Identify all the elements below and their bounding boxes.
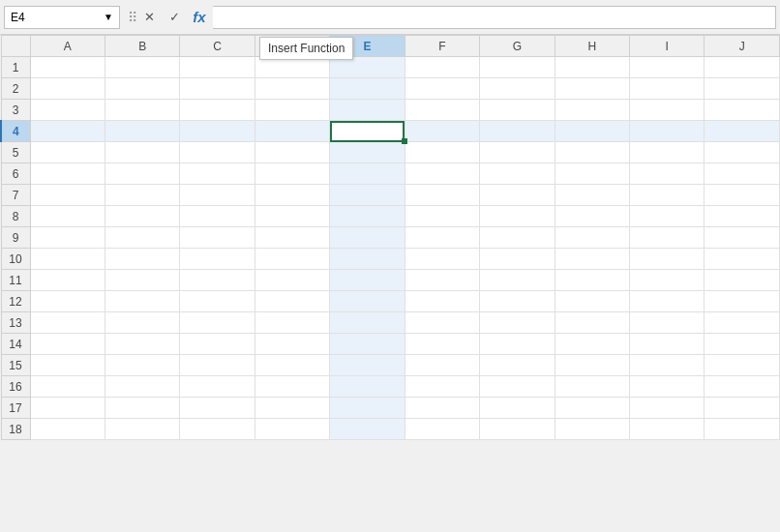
cancel-button[interactable]: ✕ bbox=[137, 6, 161, 29]
cell-H1[interactable] bbox=[555, 57, 629, 78]
cell-E12[interactable] bbox=[330, 291, 405, 312]
col-header-a[interactable]: A bbox=[30, 36, 105, 57]
row-header-17[interactable]: 17 bbox=[1, 398, 30, 419]
cell-I11[interactable] bbox=[630, 270, 705, 291]
row-header-4[interactable]: 4 bbox=[1, 121, 30, 142]
cell-A14[interactable] bbox=[30, 334, 105, 355]
cell-G15[interactable] bbox=[480, 355, 555, 376]
col-header-j[interactable]: J bbox=[705, 36, 780, 57]
cell-A17[interactable] bbox=[30, 398, 105, 419]
cell-A16[interactable] bbox=[30, 376, 105, 398]
cell-D13[interactable] bbox=[255, 312, 329, 334]
row-header-12[interactable]: 12 bbox=[1, 291, 30, 312]
cell-G5[interactable] bbox=[480, 142, 555, 163]
cell-E15[interactable] bbox=[330, 355, 405, 376]
row-header-13[interactable]: 13 bbox=[1, 312, 30, 334]
cell-B2[interactable] bbox=[105, 78, 179, 100]
cell-reference-box[interactable]: E4 ▼ bbox=[4, 6, 120, 29]
col-header-i[interactable]: I bbox=[630, 36, 705, 57]
cell-D15[interactable] bbox=[255, 355, 329, 376]
cell-E10[interactable] bbox=[330, 249, 405, 270]
row-header-3[interactable]: 3 bbox=[1, 100, 30, 121]
cell-C10[interactable] bbox=[180, 249, 255, 270]
cell-J18[interactable] bbox=[705, 419, 780, 440]
cell-G2[interactable] bbox=[480, 78, 555, 100]
cell-I14[interactable] bbox=[630, 334, 705, 355]
cell-E18[interactable] bbox=[330, 419, 405, 440]
row-header-14[interactable]: 14 bbox=[1, 334, 30, 355]
cell-D17[interactable] bbox=[255, 398, 329, 419]
col-header-b[interactable]: B bbox=[105, 36, 179, 57]
cell-J1[interactable] bbox=[705, 57, 780, 78]
cell-J15[interactable] bbox=[705, 355, 780, 376]
cell-C13[interactable] bbox=[180, 312, 255, 334]
cell-A8[interactable] bbox=[30, 206, 105, 227]
cell-H9[interactable] bbox=[555, 227, 629, 249]
cell-B13[interactable] bbox=[105, 312, 179, 334]
cell-I18[interactable] bbox=[630, 419, 705, 440]
cell-G4[interactable] bbox=[480, 121, 555, 142]
cell-G9[interactable] bbox=[480, 227, 555, 249]
cell-D10[interactable] bbox=[255, 249, 329, 270]
cell-F14[interactable] bbox=[405, 334, 479, 355]
confirm-button[interactable]: ✓ bbox=[163, 6, 186, 29]
cell-D9[interactable] bbox=[255, 227, 329, 249]
cell-G3[interactable] bbox=[480, 100, 555, 121]
cell-F12[interactable] bbox=[405, 291, 479, 312]
cell-D2[interactable] bbox=[255, 78, 329, 100]
cell-B14[interactable] bbox=[105, 334, 179, 355]
cell-D16[interactable] bbox=[255, 376, 329, 398]
cell-F8[interactable] bbox=[405, 206, 479, 227]
cell-F16[interactable] bbox=[405, 376, 479, 398]
cell-D7[interactable] bbox=[255, 185, 329, 206]
cell-C14[interactable] bbox=[180, 334, 255, 355]
cell-H2[interactable] bbox=[555, 78, 629, 100]
cell-C18[interactable] bbox=[180, 419, 255, 440]
cell-H8[interactable] bbox=[555, 206, 629, 227]
cell-A13[interactable] bbox=[30, 312, 105, 334]
row-header-1[interactable]: 1 bbox=[1, 57, 30, 78]
cell-B9[interactable] bbox=[105, 227, 179, 249]
cell-F2[interactable] bbox=[405, 78, 479, 100]
cell-F10[interactable] bbox=[405, 249, 479, 270]
cell-F6[interactable] bbox=[405, 163, 479, 185]
cell-F7[interactable] bbox=[405, 185, 479, 206]
cell-A7[interactable] bbox=[30, 185, 105, 206]
cell-B4[interactable] bbox=[105, 121, 179, 142]
cell-C3[interactable] bbox=[180, 100, 255, 121]
cell-G6[interactable] bbox=[480, 163, 555, 185]
cell-J8[interactable] bbox=[705, 206, 780, 227]
cell-A12[interactable] bbox=[30, 291, 105, 312]
cell-G8[interactable] bbox=[480, 206, 555, 227]
cell-B1[interactable] bbox=[105, 57, 179, 78]
cell-F3[interactable] bbox=[405, 100, 479, 121]
cell-I16[interactable] bbox=[630, 376, 705, 398]
cell-C16[interactable] bbox=[180, 376, 255, 398]
cell-D8[interactable] bbox=[255, 206, 329, 227]
cell-F5[interactable] bbox=[405, 142, 479, 163]
cell-H14[interactable] bbox=[555, 334, 629, 355]
cell-A15[interactable] bbox=[30, 355, 105, 376]
cell-C1[interactable] bbox=[180, 57, 255, 78]
cell-A6[interactable] bbox=[30, 163, 105, 185]
row-header-6[interactable]: 6 bbox=[1, 163, 30, 185]
cell-H15[interactable] bbox=[555, 355, 629, 376]
cell-C17[interactable] bbox=[180, 398, 255, 419]
cell-A11[interactable] bbox=[30, 270, 105, 291]
cell-I13[interactable] bbox=[630, 312, 705, 334]
cell-I5[interactable] bbox=[630, 142, 705, 163]
cell-I1[interactable] bbox=[630, 57, 705, 78]
cell-A9[interactable] bbox=[30, 227, 105, 249]
cell-C11[interactable] bbox=[180, 270, 255, 291]
cell-G17[interactable] bbox=[480, 398, 555, 419]
cell-E4[interactable] bbox=[330, 121, 405, 142]
cell-J16[interactable] bbox=[705, 376, 780, 398]
cell-E9[interactable] bbox=[330, 227, 405, 249]
cell-D6[interactable] bbox=[255, 163, 329, 185]
cell-D12[interactable] bbox=[255, 291, 329, 312]
corner-cell[interactable] bbox=[1, 36, 30, 57]
cell-I9[interactable] bbox=[630, 227, 705, 249]
cell-J17[interactable] bbox=[705, 398, 780, 419]
cell-J2[interactable] bbox=[705, 78, 780, 100]
formula-input[interactable] bbox=[213, 6, 776, 29]
